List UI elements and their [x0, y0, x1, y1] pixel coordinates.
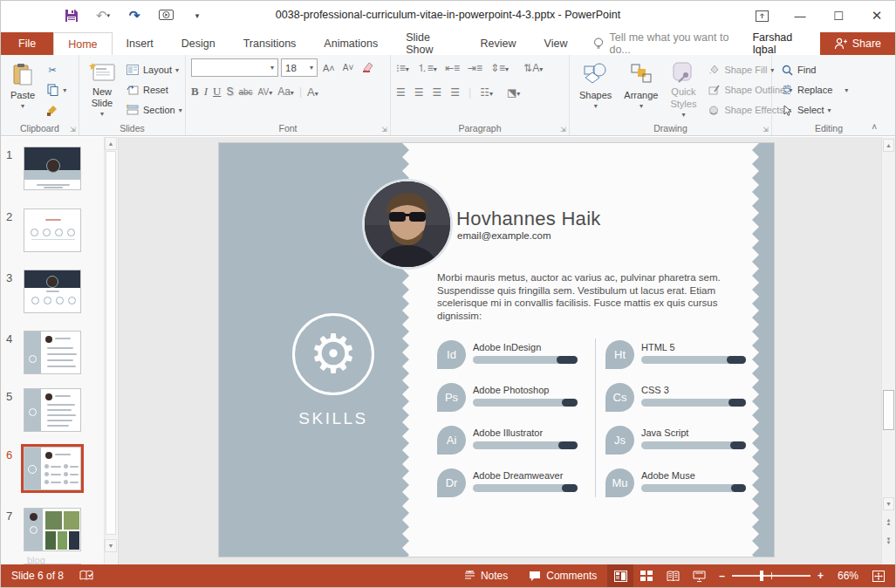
columns-button[interactable]: ☷▾	[480, 86, 493, 99]
zoom-out-icon[interactable]: –	[719, 570, 725, 582]
normal-view-button[interactable]	[607, 564, 633, 587]
font-color-button[interactable]: A▾	[307, 85, 318, 99]
undo-icon[interactable]: ↶▾	[93, 5, 113, 26]
customize-quick-access-icon[interactable]: ▾	[188, 5, 207, 26]
thumb-scroll-down-icon[interactable]: ▼	[105, 539, 117, 552]
ribbon-display-options-icon[interactable]	[749, 4, 775, 27]
cut-button[interactable]: ✂	[43, 61, 69, 79]
tab-file[interactable]: File	[1, 32, 53, 55]
italic-button[interactable]: I	[204, 85, 208, 99]
align-left-button[interactable]: ☰	[396, 86, 406, 99]
quick-styles-button[interactable]: Quick Styles ▾	[666, 58, 701, 121]
new-slide-dropdown[interactable]: ▾	[100, 110, 104, 119]
bullets-button[interactable]: ⁝≡▾	[396, 62, 409, 74]
bold-button[interactable]: B	[191, 85, 199, 99]
new-slide-button[interactable]: New Slide ▾	[85, 58, 120, 121]
zoom-slider[interactable]	[732, 575, 811, 577]
strikethrough-button[interactable]: abc	[238, 87, 252, 97]
tab-insert[interactable]: Insert	[113, 32, 168, 55]
share-button[interactable]: Share	[820, 32, 895, 55]
tab-review[interactable]: Review	[467, 32, 530, 55]
layout-button[interactable]: Layout▾	[123, 61, 185, 79]
slideshow-view-button[interactable]	[686, 564, 712, 587]
shapes-button[interactable]: Shapes ▾	[575, 58, 616, 121]
decrease-indent-button[interactable]: ⇤≡	[445, 62, 460, 74]
spellcheck-icon[interactable]	[79, 570, 93, 582]
font-name-combobox[interactable]: ▾	[191, 58, 278, 77]
text-direction-button[interactable]: ⇅A▾	[523, 62, 543, 74]
arrange-button[interactable]: Arrange ▾	[619, 58, 662, 121]
tab-design[interactable]: Design	[168, 32, 229, 55]
thumbnail-slide-7[interactable]: 7	[6, 508, 81, 551]
format-painter-button[interactable]	[43, 101, 69, 119]
tab-view[interactable]: View	[530, 32, 582, 55]
tab-home[interactable]: Home	[53, 32, 112, 55]
cv-email[interactable]: email@example.com	[457, 230, 551, 241]
comments-button[interactable]: Comments	[518, 564, 607, 587]
zoom-level[interactable]: 66%	[831, 564, 865, 587]
clear-formatting-button[interactable]	[359, 59, 377, 77]
smartart-button[interactable]: ⬔▾	[507, 86, 520, 99]
skill-row[interactable]: Js Java Script	[605, 426, 749, 455]
tab-transitions[interactable]: Transitions	[229, 32, 311, 55]
decrease-font-size-button[interactable]: A˅	[340, 59, 357, 77]
paragraph-dialog-launcher[interactable]: ⇲	[560, 126, 566, 133]
skill-row[interactable]: Mu Adobe Muse	[605, 468, 749, 497]
slide-canvas[interactable]: Hovhannes Haik email@example.com Morbi m…	[120, 137, 881, 566]
tell-me-box[interactable]: Tell me what you want to do...	[581, 32, 742, 55]
close-icon[interactable]: ✕	[864, 4, 890, 27]
character-spacing-button[interactable]: AV▾	[258, 87, 273, 97]
increase-font-size-button[interactable]: A˄	[320, 59, 338, 77]
scroll-down-icon[interactable]: ▼	[883, 497, 894, 510]
notes-button[interactable]: Notes	[454, 564, 518, 587]
skill-row[interactable]: Ai Adobe Illustrator	[437, 426, 581, 455]
start-from-beginning-icon[interactable]	[156, 5, 175, 26]
reading-view-button[interactable]	[660, 564, 686, 587]
thumbnail-slide-2[interactable]: 2	[6, 209, 81, 252]
signed-in-user[interactable]: Farshad Iqbal	[742, 32, 819, 55]
skills-emblem[interactable]: ⚙ SKILLS	[271, 313, 395, 428]
previous-slide-icon[interactable]: ▲▲	[883, 515, 894, 528]
minimize-icon[interactable]: —	[787, 4, 813, 27]
find-button[interactable]: Find	[777, 61, 851, 79]
font-size-combobox[interactable]: 18▾	[281, 58, 318, 77]
replace-button[interactable]: abac Replace▾	[777, 81, 851, 99]
text-shadow-button[interactable]: S	[226, 85, 233, 98]
align-center-button[interactable]: ☰	[414, 86, 424, 99]
thumbnail-slide-3[interactable]: 3	[6, 270, 81, 313]
skill-row[interactable]: Cs CSS 3	[605, 383, 749, 412]
fit-slide-to-window-icon[interactable]	[865, 564, 892, 587]
cv-name[interactable]: Hovhannes Haik	[456, 208, 601, 230]
increase-indent-button[interactable]: ⇥≡	[468, 62, 482, 74]
skill-row[interactable]: Dr Adobe Dreamweaver	[437, 468, 581, 497]
slide-counter[interactable]: Slide 6 of 8	[11, 570, 64, 582]
copy-button[interactable]: ▾	[43, 81, 69, 99]
thumbnail-slide-1[interactable]: 1	[6, 147, 81, 190]
tab-animations[interactable]: Animations	[310, 32, 392, 55]
slide-sorter-view-button[interactable]	[633, 564, 660, 587]
scroll-up-icon[interactable]: ▲	[883, 139, 894, 152]
save-icon[interactable]	[62, 5, 81, 26]
thumb-scroll-up-icon[interactable]: ▲	[105, 137, 117, 150]
zoom-in-icon[interactable]: +	[817, 570, 824, 582]
reset-button[interactable]: Reset	[123, 81, 185, 99]
numbering-button[interactable]: ⒈≡▾	[417, 61, 437, 76]
underline-button[interactable]: U	[213, 85, 221, 99]
section-button[interactable]: Section▾	[123, 101, 185, 119]
skill-row[interactable]: Ps Adobe Photoshop	[437, 383, 581, 412]
slide-editor[interactable]: Hovhannes Haik email@example.com Morbi m…	[219, 143, 774, 557]
zoom-slider-handle[interactable]	[760, 571, 763, 581]
thumbnail-slide-6[interactable]: 6	[6, 447, 81, 490]
thumbnail-scrollbar[interactable]: ▲ ▼	[104, 137, 117, 566]
select-button[interactable]: Select▾	[777, 101, 851, 119]
redo-icon[interactable]: ↷	[125, 5, 144, 26]
change-case-button[interactable]: Aa▾	[277, 85, 294, 98]
clipboard-dialog-launcher[interactable]: ⇲	[70, 126, 76, 133]
skill-row[interactable]: Ht HTML 5	[605, 340, 749, 369]
profile-photo[interactable]	[362, 179, 453, 270]
paste-dropdown[interactable]: ▾	[21, 102, 24, 111]
main-vertical-scrollbar[interactable]: ▲ ▼ ▲▲ ▼▼	[881, 137, 895, 566]
scrollbar-thumb[interactable]	[883, 390, 894, 430]
line-spacing-button[interactable]: ⇕≡▾	[490, 62, 509, 74]
thumbnail-slide-4[interactable]: 4	[6, 331, 81, 374]
